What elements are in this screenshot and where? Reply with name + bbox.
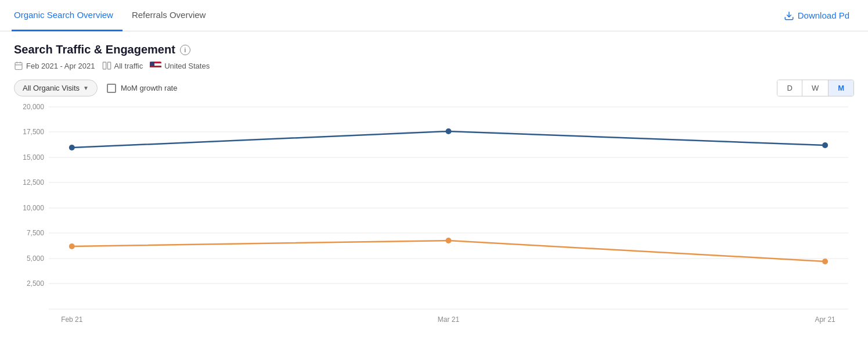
svg-text:17,500: 17,500: [23, 128, 44, 136]
period-week-button[interactable]: W: [802, 80, 829, 96]
blue-point-apr: [822, 142, 828, 148]
tab-organic[interactable]: Organic Search Overview: [12, 1, 123, 31]
svg-text:12,500: 12,500: [23, 178, 44, 187]
svg-text:2,500: 2,500: [27, 279, 44, 288]
period-week-label: W: [812, 84, 819, 92]
svg-text:5,000: 5,000: [27, 254, 44, 263]
main-content: Search Traffic & Engagement i Feb 2021 -…: [0, 31, 868, 334]
traffic-type-meta: All traffic: [102, 61, 143, 70]
dropdown-arrow-icon: ▼: [83, 85, 89, 91]
dropdown-label: All Organic Visits: [23, 84, 80, 92]
country-meta: United States: [150, 62, 210, 70]
date-range-label: Feb 2021 - Apr 2021: [26, 62, 95, 70]
country-label: United States: [164, 62, 210, 70]
mom-checkbox[interactable]: [107, 84, 116, 93]
mom-label: MoM growth rate: [121, 84, 178, 92]
orange-point-mar: [445, 238, 451, 243]
compare-icon: [102, 61, 111, 70]
info-icon[interactable]: i: [180, 45, 190, 55]
period-month-button[interactable]: M: [829, 80, 853, 96]
blue-point-mar: [445, 128, 451, 134]
svg-rect-6: [107, 62, 110, 69]
chart-title-row: Search Traffic & Engagement i: [14, 43, 854, 56]
period-month-label: M: [838, 84, 844, 92]
orange-point-apr: [822, 259, 828, 264]
controls-row: All Organic Visits ▼ MoM growth rate D W…: [14, 80, 854, 96]
blue-point-feb: [69, 145, 75, 150]
period-buttons: D W M: [777, 80, 854, 96]
svg-text:Mar 21: Mar 21: [438, 315, 460, 324]
chart-svg: 20,000 17,500 15,000 12,500 10,000 7,500…: [14, 101, 854, 328]
svg-text:Feb 21: Feb 21: [61, 315, 83, 324]
chart-area: 20,000 17,500 15,000 12,500 10,000 7,500…: [14, 101, 854, 328]
chart-meta: Feb 2021 - Apr 2021 All traffic United S…: [14, 61, 854, 70]
svg-text:20,000: 20,000: [23, 103, 44, 111]
chart-header: Search Traffic & Engagement i Feb 2021 -…: [14, 43, 854, 70]
tab-referrals[interactable]: Referrals Overview: [123, 1, 215, 31]
period-day-button[interactable]: D: [777, 80, 802, 96]
download-label: Download Pd: [798, 10, 849, 20]
controls-left: All Organic Visits ▼ MoM growth rate: [14, 80, 177, 96]
svg-text:10,000: 10,000: [23, 204, 44, 212]
flag-icon: [150, 62, 161, 70]
organic-visits-dropdown[interactable]: All Organic Visits ▼: [14, 80, 98, 96]
orange-point-feb: [69, 243, 75, 249]
svg-text:7,500: 7,500: [27, 229, 44, 237]
calendar-icon: [14, 61, 23, 70]
download-button[interactable]: Download Pd: [777, 7, 856, 24]
period-day-label: D: [787, 84, 792, 92]
svg-text:Apr 21: Apr 21: [815, 315, 835, 324]
mom-growth-toggle[interactable]: MoM growth rate: [107, 84, 178, 93]
traffic-type-label: All traffic: [114, 62, 143, 70]
date-range-meta: Feb 2021 - Apr 2021: [14, 61, 95, 70]
svg-rect-1: [15, 63, 22, 70]
tab-referrals-label: Referrals Overview: [132, 10, 206, 20]
chart-title: Search Traffic & Engagement: [14, 43, 175, 56]
download-icon: [784, 10, 794, 21]
svg-rect-5: [103, 62, 106, 69]
tabs-bar: Organic Search Overview Referrals Overvi…: [0, 0, 868, 31]
svg-text:15,000: 15,000: [23, 153, 44, 162]
tab-organic-label: Organic Search Overview: [14, 10, 113, 20]
tabs-left: Organic Search Overview Referrals Overvi…: [12, 0, 215, 31]
